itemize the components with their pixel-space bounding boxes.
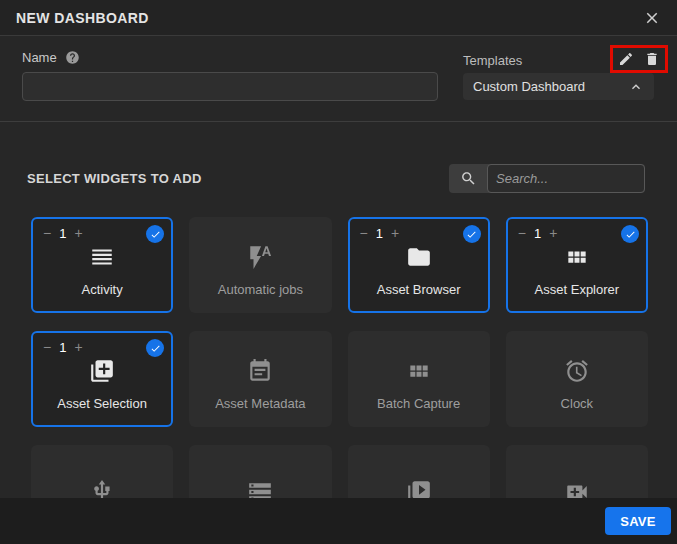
widget-label: Clock	[561, 396, 594, 411]
help-icon[interactable]	[65, 50, 80, 65]
widget-count-stepper: −1+	[518, 225, 558, 241]
widgets-viewport: SELECT WIDGETS TO ADD −1+ActivityAutomat…	[0, 122, 677, 498]
widget-card-widget-9[interactable]	[189, 445, 331, 498]
increase-count-button[interactable]: +	[391, 225, 399, 241]
widget-search	[449, 164, 645, 193]
widget-grid: −1+ActivityAutomatic jobs−1+Asset Browse…	[31, 217, 648, 498]
widget-count-stepper: −1+	[43, 225, 83, 241]
widget-count-stepper: −1+	[43, 339, 83, 355]
library-add-icon	[89, 358, 115, 384]
grid-icon	[564, 244, 590, 270]
name-label: Name	[22, 50, 57, 65]
templates-selected-value: Custom Dashboard	[473, 79, 585, 94]
increase-count-button[interactable]: +	[74, 225, 82, 241]
dashboard-form: Name Templates Custom Dashboard	[0, 36, 677, 121]
storage-icon	[247, 479, 273, 498]
event-note-icon	[247, 358, 273, 384]
search-icon[interactable]	[449, 164, 487, 193]
chevron-up-icon	[628, 79, 644, 95]
new-dashboard-dialog: NEW DASHBOARD Name Templates Custom Dash…	[0, 0, 677, 544]
save-button[interactable]: SAVE	[605, 507, 671, 535]
selected-check-icon[interactable]	[463, 225, 481, 243]
dialog-title: NEW DASHBOARD	[16, 10, 149, 26]
widget-label: Asset Browser	[377, 282, 461, 297]
flash-auto-icon	[247, 244, 273, 270]
annotation-highlight-box	[610, 45, 668, 73]
video-call-icon	[564, 479, 590, 498]
folder-icon	[406, 244, 432, 270]
increase-count-button[interactable]: +	[549, 225, 557, 241]
widget-card-widget-11[interactable]	[506, 445, 648, 498]
widget-card-asset-explorer[interactable]: −1+Asset Explorer	[506, 217, 648, 313]
selected-check-icon[interactable]	[146, 339, 164, 357]
close-icon[interactable]	[643, 9, 661, 27]
dialog-footer: SAVE	[0, 498, 677, 544]
increase-count-button[interactable]: +	[74, 339, 82, 355]
name-input[interactable]	[22, 72, 438, 101]
widget-count-value: 1	[59, 226, 66, 241]
dialog-header: NEW DASHBOARD	[0, 0, 677, 36]
video-library-icon	[406, 479, 432, 498]
widget-card-batch-capture[interactable]: Batch Capture	[348, 331, 490, 427]
widget-card-asset-metadata[interactable]: Asset Metadata	[189, 331, 331, 427]
trash-icon[interactable]	[644, 51, 660, 67]
decrease-count-button[interactable]: −	[360, 225, 368, 241]
widget-label: Activity	[82, 282, 123, 297]
widget-card-asset-browser[interactable]: −1+Asset Browser	[348, 217, 490, 313]
widget-card-widget-8[interactable]	[31, 445, 173, 498]
grid-icon	[406, 358, 432, 384]
widget-card-activity[interactable]: −1+Activity	[31, 217, 173, 313]
reorder-icon	[89, 244, 115, 270]
usb-icon	[89, 479, 115, 498]
decrease-count-button[interactable]: −	[43, 339, 51, 355]
widget-card-asset-selection[interactable]: −1+Asset Selection	[31, 331, 173, 427]
widget-count-value: 1	[534, 226, 541, 241]
selected-check-icon[interactable]	[146, 225, 164, 243]
widget-count-value: 1	[376, 226, 383, 241]
widget-label: Automatic jobs	[218, 282, 303, 297]
alarm-icon	[564, 358, 590, 384]
widget-card-automatic-jobs[interactable]: Automatic jobs	[189, 217, 331, 313]
widget-card-clock[interactable]: Clock	[506, 331, 648, 427]
pencil-icon[interactable]	[618, 51, 634, 67]
decrease-count-button[interactable]: −	[518, 225, 526, 241]
widgets-section-title: SELECT WIDGETS TO ADD	[27, 171, 202, 186]
widget-count-value: 1	[59, 340, 66, 355]
templates-select[interactable]: Custom Dashboard	[463, 73, 654, 100]
widget-count-stepper: −1+	[360, 225, 400, 241]
selected-check-icon[interactable]	[621, 225, 639, 243]
widget-label: Asset Selection	[57, 396, 147, 411]
decrease-count-button[interactable]: −	[43, 225, 51, 241]
widget-card-widget-10[interactable]	[348, 445, 490, 498]
templates-label: Templates	[463, 53, 522, 68]
widget-label: Asset Metadata	[215, 396, 305, 411]
widget-label: Batch Capture	[377, 396, 460, 411]
search-input[interactable]	[487, 164, 645, 193]
widget-label: Asset Explorer	[535, 282, 620, 297]
